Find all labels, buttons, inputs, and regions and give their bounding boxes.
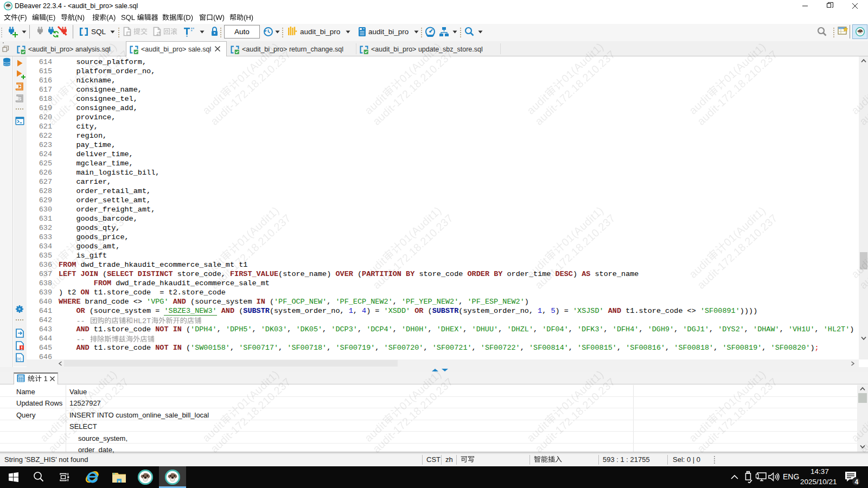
svg-text:4: 4: [855, 478, 859, 486]
svg-text:(x): (x): [17, 357, 21, 361]
